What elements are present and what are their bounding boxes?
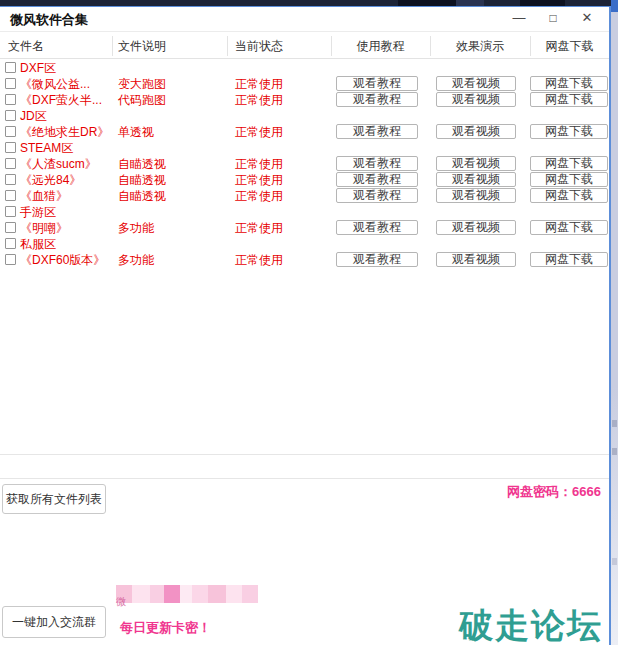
watch-tutorial-button[interactable]: 观看教程	[336, 252, 418, 267]
row-desc: 自瞄透视	[118, 156, 166, 172]
watch-video-button[interactable]: 观看视频	[436, 220, 516, 235]
row-checkbox[interactable]	[5, 222, 16, 233]
censored-text-visible-char: 微	[116, 595, 126, 609]
watch-tutorial-button[interactable]: 观看教程	[336, 92, 418, 107]
row-desc: 多功能	[118, 252, 154, 268]
row-status: 正常使用	[235, 172, 283, 188]
table-row: DXF区	[0, 60, 609, 76]
row-name: 手游区	[20, 204, 56, 220]
netdisk-download-button[interactable]: 网盘下载	[530, 92, 608, 107]
row-checkbox[interactable]	[5, 190, 16, 201]
row-checkbox[interactable]	[5, 206, 16, 217]
watch-video-button[interactable]: 观看视频	[436, 172, 516, 187]
watch-tutorial-button[interactable]: 观看教程	[336, 156, 418, 171]
column-separator	[112, 36, 113, 56]
row-checkbox[interactable]	[5, 94, 16, 105]
netdisk-download-button[interactable]: 网盘下载	[530, 124, 608, 139]
column-header-5: 网盘下载	[530, 38, 609, 55]
watch-tutorial-button[interactable]: 观看教程	[336, 124, 418, 139]
row-desc: 单透视	[118, 124, 154, 140]
table-row: 《血猎》自瞄透视正常使用观看教程观看视频网盘下载	[0, 188, 609, 204]
maximize-icon[interactable]: □	[545, 9, 561, 27]
row-checkbox[interactable]	[5, 142, 16, 153]
row-checkbox[interactable]	[5, 158, 16, 169]
watch-video-button[interactable]: 观看视频	[436, 124, 516, 139]
row-checkbox[interactable]	[5, 110, 16, 121]
row-name: 《明嘲》	[20, 220, 68, 236]
row-name: 《血猎》	[20, 188, 68, 204]
close-icon[interactable]: ✕	[579, 9, 595, 27]
watch-video-button[interactable]: 观看视频	[436, 188, 516, 203]
column-header-2: 当前状态	[235, 38, 283, 55]
background-page-strip	[611, 0, 618, 645]
column-header-0: 文件名	[8, 38, 44, 55]
row-status: 正常使用	[235, 124, 283, 140]
watch-tutorial-button[interactable]: 观看教程	[336, 172, 418, 187]
netdisk-download-button[interactable]: 网盘下载	[530, 252, 608, 267]
watch-video-button[interactable]: 观看视频	[436, 76, 516, 91]
window-controls: — □ ✕	[511, 9, 595, 27]
daily-update-text: 每日更新卡密！	[120, 619, 211, 637]
row-name: DXF区	[20, 60, 56, 76]
get-all-files-button[interactable]: 获取所有文件列表	[2, 484, 106, 514]
watch-tutorial-button[interactable]: 观看教程	[336, 220, 418, 235]
watch-video-button[interactable]: 观看视频	[436, 156, 516, 171]
background-glyph-fragment	[612, 420, 617, 427]
background-accent	[611, 0, 618, 12]
netdisk-download-button[interactable]: 网盘下载	[530, 188, 608, 203]
row-name: 《DXF萤火半...	[20, 92, 102, 108]
row-name: STEAM区	[20, 140, 73, 156]
row-name: 私服区	[20, 236, 56, 252]
netdisk-download-button[interactable]: 网盘下载	[530, 220, 608, 235]
row-name: 《微风公益...	[20, 76, 90, 92]
row-desc: 自瞄透视	[118, 172, 166, 188]
column-separator	[227, 36, 228, 56]
row-desc: 代码跑图	[118, 92, 166, 108]
row-status: 正常使用	[235, 252, 283, 268]
app-window: 微风软件合集 — □ ✕ 文件名文件说明当前状态使用教程效果演示网盘下载 DXF…	[0, 6, 611, 645]
column-header-4: 效果演示	[430, 38, 530, 55]
row-checkbox[interactable]	[5, 126, 16, 137]
table-row: 《人渣sucm》自瞄透视正常使用观看教程观看视频网盘下载	[0, 156, 609, 172]
row-status: 正常使用	[235, 76, 283, 92]
row-status: 正常使用	[235, 220, 283, 236]
watch-tutorial-button[interactable]: 观看教程	[336, 188, 418, 203]
window-title: 微风软件合集	[10, 11, 88, 29]
watch-tutorial-button[interactable]: 观看教程	[336, 76, 418, 91]
netdisk-password: 网盘密码：6666	[507, 483, 601, 501]
row-status: 正常使用	[235, 156, 283, 172]
row-checkbox[interactable]	[5, 62, 16, 73]
table-row: 《绝地求生DR》单透视正常使用观看教程观看视频网盘下载	[0, 124, 609, 140]
netdisk-download-button[interactable]: 网盘下载	[530, 172, 608, 187]
column-header-1: 文件说明	[118, 38, 166, 55]
column-header-3: 使用教程	[331, 38, 430, 55]
table-row: STEAM区	[0, 140, 609, 156]
netdisk-download-button[interactable]: 网盘下载	[530, 156, 608, 171]
row-desc: 自瞄透视	[118, 188, 166, 204]
watch-video-button[interactable]: 观看视频	[436, 92, 516, 107]
minimize-icon[interactable]: —	[511, 9, 527, 27]
row-checkbox[interactable]	[5, 254, 16, 265]
netdisk-download-button[interactable]: 网盘下载	[530, 76, 608, 91]
row-name: 《绝地求生DR》	[20, 124, 109, 140]
forum-watermark: 破走论坛	[459, 603, 603, 645]
row-name: 《人渣sucm》	[20, 156, 97, 172]
row-checkbox[interactable]	[5, 238, 16, 249]
join-group-button[interactable]: 一键加入交流群	[2, 606, 106, 638]
row-desc: 变大跑图	[118, 76, 166, 92]
divider	[0, 478, 609, 479]
table-body: DXF区《微风公益...变大跑图正常使用观看教程观看视频网盘下载《DXF萤火半.…	[0, 60, 609, 268]
table-row: JD区	[0, 108, 609, 124]
table-row: 《DXF60版本》多功能正常使用观看教程观看视频网盘下载	[0, 252, 609, 268]
table-row: 《微风公益...变大跑图正常使用观看教程观看视频网盘下载	[0, 76, 609, 92]
row-desc: 多功能	[118, 220, 154, 236]
screen: 微风软件合集 — □ ✕ 文件名文件说明当前状态使用教程效果演示网盘下载 DXF…	[0, 0, 618, 645]
table-row: 《DXF萤火半...代码跑图正常使用观看教程观看视频网盘下载	[0, 92, 609, 108]
titlebar: 微风软件合集 — □ ✕	[0, 7, 609, 31]
netdisk-password-label: 网盘密码：	[507, 484, 572, 499]
row-checkbox[interactable]	[5, 78, 16, 89]
background-glyph-fragment	[612, 448, 617, 455]
watch-video-button[interactable]: 观看视频	[436, 252, 516, 267]
row-checkbox[interactable]	[5, 174, 16, 185]
table-row: 手游区	[0, 204, 609, 220]
